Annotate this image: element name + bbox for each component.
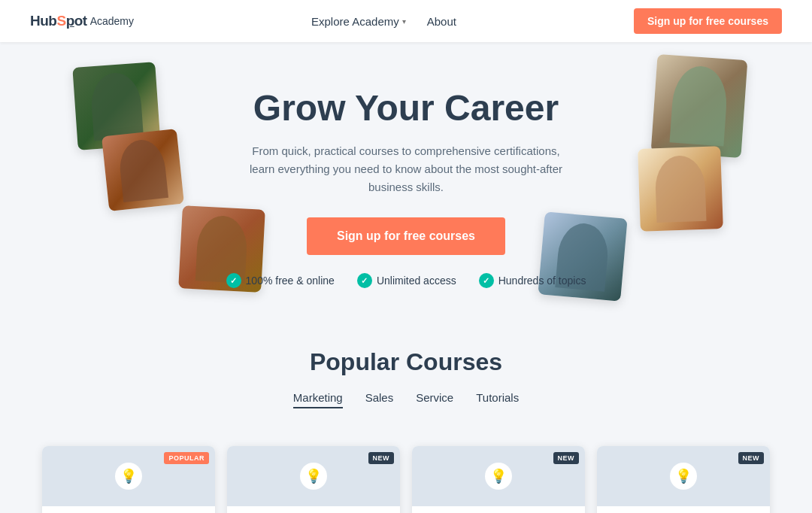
lightbulb-icon-4: 💡 (670, 463, 697, 490)
lightbulb-icon-2: 💡 (300, 463, 327, 490)
new-badge-2: NEW (368, 452, 395, 464)
navbar: HubSpot Academy Explore Academy ▾ About … (0, 0, 812, 42)
popular-section: Popular Courses Marketing Sales Service … (0, 318, 812, 446)
chevron-down-icon: ▾ (402, 17, 406, 26)
card-top-3: 💡 NEW (412, 446, 585, 506)
card-top-2: 💡 NEW (227, 446, 400, 506)
tab-marketing[interactable]: Marketing (293, 391, 343, 408)
card-body-3: Powering Your Business Through WhatsApp … (412, 506, 585, 513)
nav-explore[interactable]: Explore Academy ▾ (311, 15, 406, 28)
card-email-marketing: 💡 POPULAR Email Marketing 🏅 CERTIFICATIO… (42, 446, 215, 513)
cards-container: 💡 POPULAR Email Marketing 🏅 CERTIFICATIO… (0, 446, 812, 513)
card-top-4: 💡 NEW (597, 446, 770, 506)
nav-about[interactable]: About (427, 15, 456, 28)
badge-free: ✓ 100% free & online (226, 273, 335, 288)
nav-links: Explore Academy ▾ About (311, 15, 456, 28)
float-photo-5 (638, 146, 723, 232)
popular-title: Popular Courses (15, 348, 797, 376)
card-hubspot-foundations: 💡 NEW Integrating With HubSpot I: Founda… (597, 446, 770, 513)
tab-sales[interactable]: Sales (365, 391, 394, 408)
card-social-media: 💡 NEW Social Media Marketing Certificati… (227, 446, 400, 513)
hero-signup-button[interactable]: Sign up for free courses (307, 217, 505, 255)
new-badge-4: NEW (738, 452, 765, 464)
hero-subtitle: From quick, practical courses to compreh… (248, 142, 564, 196)
logo-text: HubSpot (30, 13, 87, 29)
nav-signup-button[interactable]: Sign up for free courses (634, 8, 782, 34)
logo-suffix: Academy (90, 15, 134, 27)
tab-tutorials[interactable]: Tutorials (476, 391, 519, 408)
new-badge-3: NEW (553, 452, 580, 464)
lightbulb-icon-3: 💡 (485, 463, 512, 490)
float-photo-2 (102, 129, 184, 211)
badge-unlimited: ✓ Unlimited access (357, 273, 456, 288)
badge-free-label: 100% free & online (246, 275, 335, 287)
tab-service[interactable]: Service (416, 391, 453, 408)
lightbulb-icon-1: 💡 (115, 463, 142, 490)
card-whatsapp: 💡 NEW Powering Your Business Through Wha… (412, 446, 585, 513)
popular-tabs: Marketing Sales Service Tutorials (15, 391, 797, 408)
logo: HubSpot Academy (30, 13, 134, 29)
popular-badge-1: POPULAR (164, 452, 209, 464)
card-body-1: Email Marketing 🏅 CERTIFICATION COURSE E… (42, 506, 215, 513)
check-icon-1: ✓ (226, 273, 241, 288)
check-icon-3: ✓ (479, 273, 494, 288)
card-body-2: Social Media Marketing Certification II … (227, 506, 400, 513)
badge-topics-label: Hundreds of topics (498, 275, 586, 287)
hero-section: Grow Your Career From quick, practical c… (0, 42, 812, 318)
card-top-1: 💡 POPULAR (42, 446, 215, 506)
hero-badges: ✓ 100% free & online ✓ Unlimited access … (15, 273, 797, 288)
hero-title: Grow Your Career (15, 87, 797, 129)
card-body-4: Integrating With HubSpot I: Foundations … (597, 506, 770, 513)
check-icon-2: ✓ (357, 273, 372, 288)
badge-topics: ✓ Hundreds of topics (479, 273, 586, 288)
badge-unlimited-label: Unlimited access (377, 275, 456, 287)
